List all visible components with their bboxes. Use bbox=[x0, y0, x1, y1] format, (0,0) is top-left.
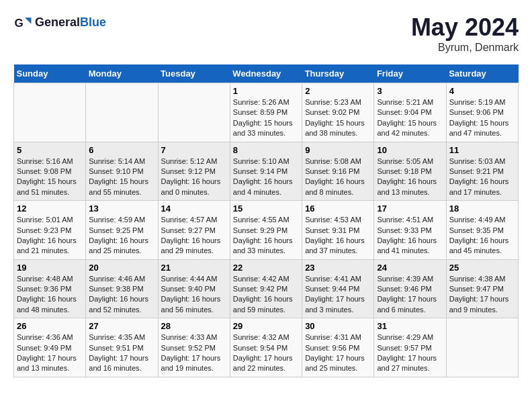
day-info: Sunrise: 4:36 AMSunset: 9:49 PMDaylight:… bbox=[17, 332, 83, 374]
day-number: 14 bbox=[161, 203, 227, 214]
calendar-cell: 3Sunrise: 5:21 AMSunset: 9:04 PMDaylight… bbox=[374, 83, 446, 142]
calendar-cell: 24Sunrise: 4:39 AMSunset: 9:46 PMDayligh… bbox=[374, 259, 446, 318]
day-number: 29 bbox=[233, 321, 299, 331]
calendar-cell: 6Sunrise: 5:14 AMSunset: 9:10 PMDaylight… bbox=[86, 142, 158, 201]
day-info: Sunrise: 5:12 AMSunset: 9:12 PMDaylight:… bbox=[161, 156, 227, 198]
logo: G GeneralBlue bbox=[13, 13, 106, 32]
calendar-cell: 10Sunrise: 5:05 AMSunset: 9:18 PMDayligh… bbox=[374, 142, 446, 201]
subtitle: Byrum, Denmark bbox=[411, 42, 519, 54]
calendar-cell: 22Sunrise: 4:42 AMSunset: 9:42 PMDayligh… bbox=[230, 259, 302, 318]
day-info: Sunrise: 5:26 AMSunset: 8:59 PMDaylight:… bbox=[233, 97, 299, 139]
day-number: 26 bbox=[17, 321, 83, 331]
day-number: 12 bbox=[17, 203, 83, 214]
day-info: Sunrise: 4:57 AMSunset: 9:27 PMDaylight:… bbox=[161, 215, 227, 257]
svg-text:G: G bbox=[15, 17, 24, 30]
day-info: Sunrise: 5:14 AMSunset: 9:10 PMDaylight:… bbox=[89, 156, 154, 198]
day-number: 17 bbox=[377, 203, 443, 214]
header-cell-wednesday: Wednesday bbox=[230, 64, 302, 83]
calendar-cell: 26Sunrise: 4:36 AMSunset: 9:49 PMDayligh… bbox=[14, 318, 86, 377]
day-info: Sunrise: 4:48 AMSunset: 9:36 PMDaylight:… bbox=[17, 274, 83, 316]
logo-icon: G bbox=[13, 13, 32, 32]
header-cell-monday: Monday bbox=[86, 64, 158, 83]
day-info: Sunrise: 4:53 AMSunset: 9:31 PMDaylight:… bbox=[305, 215, 371, 257]
calendar-cell: 2Sunrise: 5:23 AMSunset: 9:02 PMDaylight… bbox=[302, 83, 374, 142]
day-info: Sunrise: 5:08 AMSunset: 9:16 PMDaylight:… bbox=[305, 156, 371, 198]
calendar-cell: 15Sunrise: 4:55 AMSunset: 9:29 PMDayligh… bbox=[230, 201, 302, 260]
calendar-cell: 12Sunrise: 5:01 AMSunset: 9:23 PMDayligh… bbox=[14, 201, 86, 260]
day-info: Sunrise: 5:10 AMSunset: 9:14 PMDaylight:… bbox=[233, 156, 299, 198]
calendar-cell: 7Sunrise: 5:12 AMSunset: 9:12 PMDaylight… bbox=[158, 142, 230, 201]
day-number: 31 bbox=[377, 321, 443, 331]
day-number: 2 bbox=[305, 86, 371, 96]
calendar-cell: 14Sunrise: 4:57 AMSunset: 9:27 PMDayligh… bbox=[158, 201, 230, 260]
calendar-cell: 27Sunrise: 4:35 AMSunset: 9:51 PMDayligh… bbox=[86, 318, 158, 377]
calendar-body: 1Sunrise: 5:26 AMSunset: 8:59 PMDaylight… bbox=[14, 83, 519, 377]
day-info: Sunrise: 5:21 AMSunset: 9:04 PMDaylight:… bbox=[377, 97, 443, 139]
day-info: Sunrise: 4:55 AMSunset: 9:29 PMDaylight:… bbox=[233, 215, 299, 257]
title-block: May 2024 Byrum, Denmark bbox=[411, 13, 519, 54]
day-info: Sunrise: 5:05 AMSunset: 9:18 PMDaylight:… bbox=[377, 156, 443, 198]
day-number: 10 bbox=[377, 145, 443, 155]
logo-general: General bbox=[35, 15, 80, 29]
day-info: Sunrise: 4:46 AMSunset: 9:38 PMDaylight:… bbox=[89, 274, 154, 316]
day-number: 9 bbox=[305, 145, 371, 155]
calendar-cell: 30Sunrise: 4:31 AMSunset: 9:56 PMDayligh… bbox=[302, 318, 374, 377]
day-info: Sunrise: 4:33 AMSunset: 9:52 PMDaylight:… bbox=[161, 332, 227, 374]
day-number: 27 bbox=[89, 321, 154, 331]
day-number: 11 bbox=[449, 145, 515, 155]
calendar-cell: 25Sunrise: 4:38 AMSunset: 9:47 PMDayligh… bbox=[446, 259, 518, 318]
day-number: 20 bbox=[89, 263, 154, 273]
day-number: 15 bbox=[233, 203, 299, 214]
day-number: 1 bbox=[233, 86, 299, 96]
calendar-cell: 21Sunrise: 4:44 AMSunset: 9:40 PMDayligh… bbox=[158, 259, 230, 318]
calendar-cell: 28Sunrise: 4:33 AMSunset: 9:52 PMDayligh… bbox=[158, 318, 230, 377]
day-number: 4 bbox=[449, 86, 515, 96]
day-info: Sunrise: 4:44 AMSunset: 9:40 PMDaylight:… bbox=[161, 274, 227, 316]
day-info: Sunrise: 5:16 AMSunset: 9:08 PMDaylight:… bbox=[17, 156, 83, 198]
day-number: 16 bbox=[305, 203, 371, 214]
calendar-cell: 16Sunrise: 4:53 AMSunset: 9:31 PMDayligh… bbox=[302, 201, 374, 260]
calendar-cell bbox=[158, 83, 230, 142]
day-info: Sunrise: 4:32 AMSunset: 9:54 PMDaylight:… bbox=[233, 332, 299, 374]
day-info: Sunrise: 4:31 AMSunset: 9:56 PMDaylight:… bbox=[305, 332, 371, 374]
day-info: Sunrise: 4:41 AMSunset: 9:44 PMDaylight:… bbox=[305, 274, 371, 316]
calendar-cell: 4Sunrise: 5:19 AMSunset: 9:06 PMDaylight… bbox=[446, 83, 518, 142]
day-info: Sunrise: 4:42 AMSunset: 9:42 PMDaylight:… bbox=[233, 274, 299, 316]
day-number: 22 bbox=[233, 263, 299, 273]
header-cell-thursday: Thursday bbox=[302, 64, 374, 83]
day-info: Sunrise: 5:03 AMSunset: 9:21 PMDaylight:… bbox=[449, 156, 515, 198]
day-number: 23 bbox=[305, 263, 371, 273]
calendar-cell bbox=[446, 318, 518, 377]
calendar-cell: 20Sunrise: 4:46 AMSunset: 9:38 PMDayligh… bbox=[86, 259, 158, 318]
calendar-cell: 17Sunrise: 4:51 AMSunset: 9:33 PMDayligh… bbox=[374, 201, 446, 260]
main-title: May 2024 bbox=[411, 13, 519, 42]
header-cell-friday: Friday bbox=[374, 64, 446, 83]
calendar-week-3: 12Sunrise: 5:01 AMSunset: 9:23 PMDayligh… bbox=[14, 201, 519, 260]
calendar-cell: 11Sunrise: 5:03 AMSunset: 9:21 PMDayligh… bbox=[446, 142, 518, 201]
calendar-table: SundayMondayTuesdayWednesdayThursdayFrid… bbox=[13, 64, 519, 377]
calendar-cell: 13Sunrise: 4:59 AMSunset: 9:25 PMDayligh… bbox=[86, 201, 158, 260]
calendar-week-5: 26Sunrise: 4:36 AMSunset: 9:49 PMDayligh… bbox=[14, 318, 519, 377]
day-info: Sunrise: 4:35 AMSunset: 9:51 PMDaylight:… bbox=[89, 332, 154, 374]
header-cell-saturday: Saturday bbox=[446, 64, 518, 83]
calendar-cell: 18Sunrise: 4:49 AMSunset: 9:35 PMDayligh… bbox=[446, 201, 518, 260]
day-number: 21 bbox=[161, 263, 227, 273]
day-number: 28 bbox=[161, 321, 227, 331]
day-info: Sunrise: 4:38 AMSunset: 9:47 PMDaylight:… bbox=[449, 274, 515, 316]
page-header: G GeneralBlue May 2024 Byrum, Denmark bbox=[13, 13, 519, 54]
calendar-cell bbox=[86, 83, 158, 142]
calendar-cell: 1Sunrise: 5:26 AMSunset: 8:59 PMDaylight… bbox=[230, 83, 302, 142]
day-number: 3 bbox=[377, 86, 443, 96]
day-number: 6 bbox=[89, 145, 154, 155]
day-number: 25 bbox=[449, 263, 515, 273]
calendar-week-2: 5Sunrise: 5:16 AMSunset: 9:08 PMDaylight… bbox=[14, 142, 519, 201]
calendar-cell: 31Sunrise: 4:29 AMSunset: 9:57 PMDayligh… bbox=[374, 318, 446, 377]
calendar-cell: 5Sunrise: 5:16 AMSunset: 9:08 PMDaylight… bbox=[14, 142, 86, 201]
svg-marker-1 bbox=[25, 17, 31, 24]
day-info: Sunrise: 4:49 AMSunset: 9:35 PMDaylight:… bbox=[449, 215, 515, 257]
day-number: 30 bbox=[305, 321, 371, 331]
day-number: 8 bbox=[233, 145, 299, 155]
calendar-cell: 8Sunrise: 5:10 AMSunset: 9:14 PMDaylight… bbox=[230, 142, 302, 201]
day-number: 5 bbox=[17, 145, 83, 155]
day-number: 24 bbox=[377, 263, 443, 273]
